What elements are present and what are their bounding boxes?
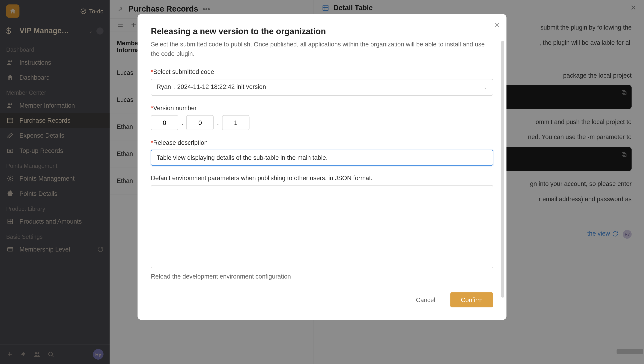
- description-input[interactable]: [151, 150, 493, 165]
- app-root: To-do $ VIP Manage… ⌄ i DashboardInstruc…: [0, 0, 644, 364]
- version-row: . .: [151, 115, 493, 130]
- chevron-down-icon: ⌄: [484, 84, 488, 90]
- description-label: *Release description: [151, 139, 493, 146]
- select-value: Ryan，2024-11-12 18:22:42 init version: [156, 83, 266, 91]
- version-dot: .: [216, 119, 219, 127]
- reload-config-link[interactable]: Reload the development environment confi…: [151, 273, 493, 280]
- version-major-input[interactable]: [151, 115, 178, 130]
- version-dot: .: [181, 119, 184, 127]
- modal-title: Releasing a new version to the organizat…: [151, 27, 493, 36]
- version-patch-input[interactable]: [222, 115, 249, 130]
- modal-overlay[interactable]: ✕ Releasing a new version to the organiz…: [0, 0, 644, 364]
- env-params-input[interactable]: [151, 185, 493, 269]
- version-label: *Version number: [151, 105, 493, 112]
- modal-close-icon[interactable]: ✕: [494, 20, 500, 30]
- release-modal: ✕ Releasing a new version to the organiz…: [138, 14, 506, 320]
- select-code-label: *Select submitted code: [151, 68, 493, 75]
- modal-scrollbar[interactable]: [501, 41, 504, 297]
- confirm-button[interactable]: Confirm: [450, 292, 493, 307]
- env-params-label: Default environment parameters when publ…: [151, 174, 493, 182]
- version-minor-input[interactable]: [186, 115, 214, 130]
- select-code-dropdown[interactable]: Ryan，2024-11-12 18:22:42 init version ⌄: [151, 79, 493, 96]
- modal-footer: Cancel Confirm: [151, 292, 493, 307]
- cancel-button[interactable]: Cancel: [407, 292, 444, 307]
- modal-subtitle: Select the submitted code to publish. On…: [151, 40, 493, 59]
